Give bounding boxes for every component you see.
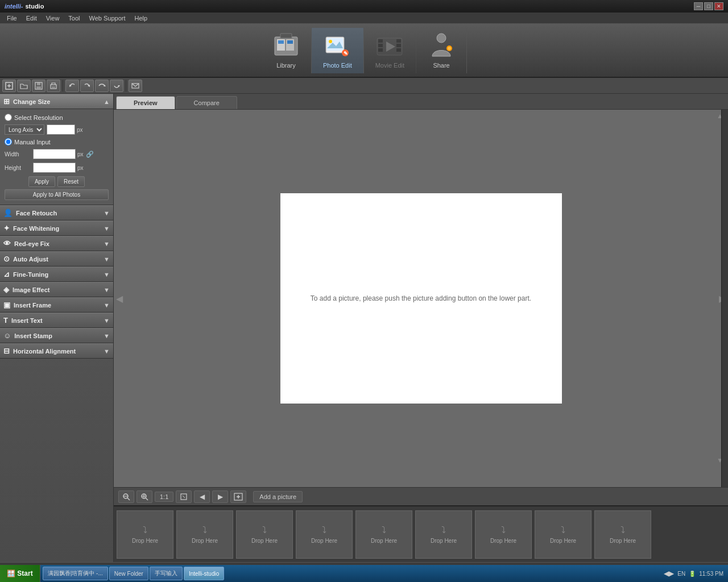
- add-picture-button[interactable]: Add a picture: [253, 491, 303, 502]
- red-eye-fix-icon: 👁: [3, 239, 11, 248]
- photo-edit-icon: ✎: [324, 32, 351, 60]
- save-button[interactable]: [32, 80, 46, 92]
- film-slot-5[interactable]: ⤵ Drop Here: [355, 510, 412, 559]
- reset-button[interactable]: Reset: [57, 176, 85, 187]
- menubar: File Edit View Tool Web Support Help: [0, 13, 728, 24]
- svg-line-36: [127, 498, 130, 500]
- new-button[interactable]: [2, 80, 16, 92]
- svg-rect-27: [36, 86, 41, 89]
- fine-tuning-label: Fine-Tuning: [13, 271, 48, 278]
- change-size-expand-icon: ▲: [104, 98, 110, 105]
- svg-rect-26: [37, 82, 40, 85]
- svg-rect-16: [396, 44, 401, 47]
- film-slot-7[interactable]: ⤵ Drop Here: [475, 510, 532, 559]
- select-resolution-radio[interactable]: [5, 114, 12, 121]
- width-input[interactable]: [33, 149, 76, 159]
- height-label: Height: [5, 165, 33, 171]
- tab-preview[interactable]: Preview: [116, 96, 175, 109]
- fit-button[interactable]: [176, 490, 192, 503]
- svg-text:✎: ✎: [344, 51, 348, 56]
- prev-photo-button[interactable]: ◀: [194, 490, 210, 503]
- toolbar-photo-edit-button[interactable]: ✎ Photo Edit: [312, 28, 364, 73]
- tab-compare[interactable]: Compare: [176, 96, 237, 109]
- image-effect-icon: ◈: [3, 285, 9, 294]
- undo-button[interactable]: [65, 80, 79, 92]
- open-button[interactable]: [17, 80, 31, 92]
- svg-point-21: [448, 47, 451, 50]
- zoom-out-button[interactable]: [118, 490, 134, 503]
- red-eye-fix-label: Red-eye Fix: [14, 240, 49, 247]
- film-slot-6[interactable]: ⤵ Drop Here: [415, 510, 472, 559]
- taskbar-item-2[interactable]: New Folder: [109, 567, 148, 580]
- image-effect-header[interactable]: ◈ Image Effect ▼: [0, 282, 113, 297]
- drop-icon-6: ⤵: [441, 525, 446, 535]
- preview-controls: 1:1 ◀ ▶ Add a picture: [114, 487, 728, 505]
- svg-rect-12: [378, 39, 383, 43]
- toolbar-library-button[interactable]: Library: [261, 28, 312, 73]
- close-button[interactable]: ✕: [714, 2, 723, 10]
- height-input[interactable]: [33, 163, 76, 173]
- minimize-button[interactable]: ─: [694, 2, 703, 10]
- start-button[interactable]: 🪟 Start: [0, 565, 40, 582]
- horizontal-alignment-header[interactable]: ⊟ Horizontal Alignment ▼: [0, 343, 113, 359]
- movie-edit-icon: [376, 32, 403, 60]
- tray-arrows-icon[interactable]: ◀▶: [664, 569, 674, 577]
- app-title-prefix: intelli-: [5, 3, 23, 10]
- drop-label-3: Drop Here: [251, 538, 278, 544]
- vertical-scrollbar[interactable]: [721, 110, 728, 487]
- change-size-icon: ⊞: [3, 97, 10, 106]
- print-button[interactable]: [47, 80, 60, 92]
- red-eye-fix-header[interactable]: 👁 Red-eye Fix ▼: [0, 236, 113, 251]
- auto-adjust-header[interactable]: ⊙ Auto Adjust ▼: [0, 251, 113, 267]
- drop-icon-7: ⤵: [501, 525, 506, 535]
- lock-icon[interactable]: 🔗: [86, 151, 94, 158]
- drop-label-5: Drop Here: [371, 538, 397, 544]
- taskbar-item-3[interactable]: 手写输入: [150, 567, 183, 580]
- menu-file[interactable]: File: [2, 14, 22, 23]
- clock: 11:53 PM: [699, 571, 723, 577]
- restore-button[interactable]: □: [704, 2, 713, 10]
- film-slot-8[interactable]: ⤵ Drop Here: [535, 510, 592, 559]
- face-whitening-label: Face Whitening: [13, 225, 59, 232]
- face-retouch-header[interactable]: 👤 Face Retouch ▼: [0, 205, 113, 221]
- apply-button[interactable]: Apply: [28, 176, 55, 187]
- film-slot-2[interactable]: ⤵ Drop Here: [176, 510, 233, 559]
- select-resolution-label: Select Resolution: [14, 114, 63, 121]
- insert-stamp-header[interactable]: ☺ Insert Stamp ▼: [0, 328, 113, 343]
- redo-button[interactable]: [80, 80, 94, 92]
- resolution-value-input[interactable]: [47, 124, 75, 135]
- menu-help[interactable]: Help: [130, 14, 152, 23]
- toolbar-movie-edit-button[interactable]: Movie Edit: [364, 28, 416, 73]
- zoom-in-button[interactable]: [136, 490, 152, 503]
- menu-tool[interactable]: Tool: [64, 14, 84, 23]
- forward-button[interactable]: [110, 80, 123, 92]
- next-photo-button[interactable]: ▶: [212, 490, 228, 503]
- svg-rect-29: [52, 86, 55, 88]
- face-whitening-header[interactable]: ✦ Face Whitening ▼: [0, 221, 113, 236]
- insert-frame-header[interactable]: ▣ Insert Frame ▼: [0, 297, 113, 313]
- menu-edit[interactable]: Edit: [22, 14, 42, 23]
- long-axis-select[interactable]: Long Axis: [5, 124, 44, 135]
- film-slot-9[interactable]: ⤵ Drop Here: [594, 510, 651, 559]
- apply-photos-button[interactable]: Apply to All Photos: [5, 189, 109, 200]
- film-slot-1[interactable]: ⤵ Drop Here: [117, 510, 173, 559]
- toolbar-share-button[interactable]: Share: [416, 28, 467, 73]
- fine-tuning-header[interactable]: ⊿ Fine-Tuning ▼: [0, 267, 113, 282]
- taskbar-item-4-active[interactable]: Intelli-studio: [184, 567, 224, 580]
- horizontal-alignment-icon: ⊟: [3, 347, 10, 355]
- change-size-content: Select Resolution Long Axis px Manual In…: [0, 109, 113, 205]
- preview-empty-message: To add a picture, please push the pictur…: [311, 294, 531, 302]
- menu-websupport[interactable]: Web Support: [85, 14, 130, 23]
- insert-text-header[interactable]: T Insert Text ▼: [0, 313, 113, 328]
- change-size-header[interactable]: ⊞ Change Size ▲: [0, 94, 113, 109]
- drop-label-9: Drop Here: [610, 538, 636, 544]
- redo2-button[interactable]: [95, 80, 109, 92]
- add-picture-icon-button[interactable]: [230, 490, 246, 503]
- film-slot-3[interactable]: ⤵ Drop Here: [236, 510, 293, 559]
- menu-view[interactable]: View: [42, 14, 64, 23]
- email-button[interactable]: [129, 80, 142, 92]
- scroll-left-icon[interactable]: ◀: [116, 293, 123, 304]
- film-slot-4[interactable]: ⤵ Drop Here: [296, 510, 353, 559]
- manual-input-radio[interactable]: [5, 138, 12, 146]
- taskbar-item-1[interactable]: 满园飘香|培育俩中 -...: [43, 567, 108, 580]
